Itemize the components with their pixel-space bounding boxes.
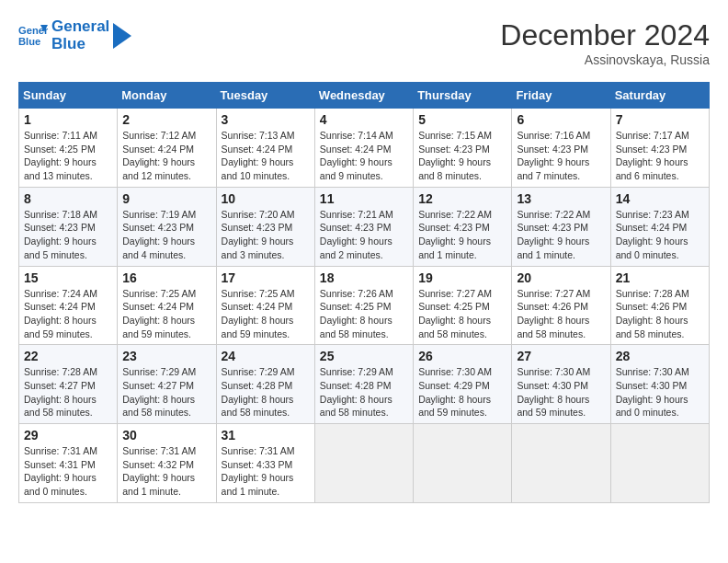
day-info: Sunrise: 7:27 AM Sunset: 4:26 PM Dayligh… (517, 287, 605, 341)
day-number: 13 (517, 191, 605, 206)
calendar-cell: 9Sunrise: 7:19 AM Sunset: 4:23 PM Daylig… (118, 187, 216, 266)
calendar-table: SundayMondayTuesdayWednesdayThursdayFrid… (18, 82, 710, 503)
calendar-cell: 27Sunrise: 7:30 AM Sunset: 4:30 PM Dayli… (512, 345, 610, 424)
calendar-cell (314, 424, 413, 503)
day-number: 22 (24, 349, 112, 363)
day-info: Sunrise: 7:13 AM Sunset: 4:24 PM Dayligh… (222, 129, 310, 183)
calendar-cell: 24Sunrise: 7:29 AM Sunset: 4:28 PM Dayli… (216, 345, 314, 424)
calendar-cell: 28Sunrise: 7:30 AM Sunset: 4:30 PM Dayli… (610, 345, 709, 424)
day-number: 29 (24, 428, 112, 442)
day-number: 25 (320, 349, 408, 363)
day-info: Sunrise: 7:17 AM Sunset: 4:23 PM Dayligh… (616, 129, 704, 183)
page-header: General Blue General Blue December 2024 … (18, 18, 710, 67)
day-info: Sunrise: 7:21 AM Sunset: 4:23 PM Dayligh… (320, 208, 408, 262)
calendar-cell: 8Sunrise: 7:18 AM Sunset: 4:23 PM Daylig… (19, 187, 118, 266)
logo-icon: General Blue (18, 21, 48, 51)
day-number: 18 (320, 270, 408, 285)
day-number: 10 (222, 191, 310, 206)
day-number: 4 (320, 112, 408, 127)
day-number: 2 (122, 112, 210, 127)
day-number: 8 (24, 191, 112, 206)
day-number: 20 (517, 270, 605, 285)
day-number: 28 (616, 349, 704, 363)
day-info: Sunrise: 7:23 AM Sunset: 4:24 PM Dayligh… (616, 208, 704, 262)
day-number: 7 (616, 112, 704, 127)
day-info: Sunrise: 7:27 AM Sunset: 4:25 PM Dayligh… (418, 287, 506, 341)
day-info: Sunrise: 7:24 AM Sunset: 4:24 PM Dayligh… (24, 287, 112, 341)
day-info: Sunrise: 7:22 AM Sunset: 4:23 PM Dayligh… (418, 208, 506, 262)
day-number: 30 (122, 428, 210, 442)
weekday-header-tuesday: Tuesday (216, 83, 314, 109)
calendar-body: 1Sunrise: 7:11 AM Sunset: 4:25 PM Daylig… (19, 109, 710, 503)
calendar-cell: 1Sunrise: 7:11 AM Sunset: 4:25 PM Daylig… (19, 109, 118, 188)
day-info: Sunrise: 7:26 AM Sunset: 4:25 PM Dayligh… (320, 287, 408, 341)
calendar-cell: 21Sunrise: 7:28 AM Sunset: 4:26 PM Dayli… (610, 266, 709, 345)
day-info: Sunrise: 7:18 AM Sunset: 4:23 PM Dayligh… (24, 208, 112, 262)
calendar-cell: 11Sunrise: 7:21 AM Sunset: 4:23 PM Dayli… (314, 187, 413, 266)
calendar-cell (610, 424, 709, 503)
calendar-cell: 6Sunrise: 7:16 AM Sunset: 4:23 PM Daylig… (512, 109, 610, 188)
day-info: Sunrise: 7:29 AM Sunset: 4:28 PM Dayligh… (222, 365, 310, 419)
day-number: 27 (517, 349, 605, 363)
day-info: Sunrise: 7:31 AM Sunset: 4:32 PM Dayligh… (122, 444, 210, 499)
calendar-cell: 14Sunrise: 7:23 AM Sunset: 4:24 PM Dayli… (610, 187, 709, 266)
weekday-header-row: SundayMondayTuesdayWednesdayThursdayFrid… (19, 83, 710, 109)
day-info: Sunrise: 7:25 AM Sunset: 4:24 PM Dayligh… (122, 287, 210, 341)
day-number: 3 (222, 112, 310, 127)
day-info: Sunrise: 7:29 AM Sunset: 4:27 PM Dayligh… (122, 365, 210, 419)
day-number: 11 (320, 191, 408, 206)
weekday-header-sunday: Sunday (19, 83, 118, 109)
calendar-cell: 20Sunrise: 7:27 AM Sunset: 4:26 PM Dayli… (512, 266, 610, 345)
day-info: Sunrise: 7:25 AM Sunset: 4:24 PM Dayligh… (222, 287, 310, 341)
day-number: 16 (122, 270, 210, 285)
day-info: Sunrise: 7:31 AM Sunset: 4:33 PM Dayligh… (222, 444, 310, 499)
calendar-week-row: 29Sunrise: 7:31 AM Sunset: 4:31 PM Dayli… (19, 424, 710, 503)
calendar-cell: 23Sunrise: 7:29 AM Sunset: 4:27 PM Dayli… (118, 345, 216, 424)
logo-line2: Blue (51, 36, 109, 53)
day-number: 6 (517, 112, 605, 127)
calendar-cell: 16Sunrise: 7:25 AM Sunset: 4:24 PM Dayli… (118, 266, 216, 345)
weekday-header-wednesday: Wednesday (314, 83, 413, 109)
calendar-cell: 13Sunrise: 7:22 AM Sunset: 4:23 PM Dayli… (512, 187, 610, 266)
calendar-cell: 2Sunrise: 7:12 AM Sunset: 4:24 PM Daylig… (118, 109, 216, 188)
calendar-cell: 30Sunrise: 7:31 AM Sunset: 4:32 PM Dayli… (118, 424, 216, 503)
weekday-header-monday: Monday (118, 83, 216, 109)
calendar-cell: 18Sunrise: 7:26 AM Sunset: 4:25 PM Dayli… (314, 266, 413, 345)
day-number: 26 (418, 349, 506, 363)
calendar-cell (414, 424, 512, 503)
location: Assinovskaya, Russia (500, 52, 710, 67)
weekday-header-thursday: Thursday (414, 83, 512, 109)
calendar-week-row: 22Sunrise: 7:28 AM Sunset: 4:27 PM Dayli… (19, 345, 710, 424)
day-number: 31 (222, 428, 310, 442)
day-info: Sunrise: 7:12 AM Sunset: 4:24 PM Dayligh… (122, 129, 210, 183)
month-title: December 2024 (500, 18, 710, 52)
day-number: 23 (122, 349, 210, 363)
day-number: 12 (418, 191, 506, 206)
calendar-cell: 7Sunrise: 7:17 AM Sunset: 4:23 PM Daylig… (610, 109, 709, 188)
day-info: Sunrise: 7:22 AM Sunset: 4:23 PM Dayligh… (517, 208, 605, 262)
calendar-cell: 4Sunrise: 7:14 AM Sunset: 4:24 PM Daylig… (314, 109, 413, 188)
day-info: Sunrise: 7:31 AM Sunset: 4:31 PM Dayligh… (24, 444, 112, 499)
day-info: Sunrise: 7:30 AM Sunset: 4:29 PM Dayligh… (418, 365, 506, 419)
calendar-cell: 15Sunrise: 7:24 AM Sunset: 4:24 PM Dayli… (19, 266, 118, 345)
day-info: Sunrise: 7:11 AM Sunset: 4:25 PM Dayligh… (24, 129, 112, 183)
calendar-cell: 12Sunrise: 7:22 AM Sunset: 4:23 PM Dayli… (414, 187, 512, 266)
day-number: 17 (222, 270, 310, 285)
day-info: Sunrise: 7:28 AM Sunset: 4:26 PM Dayligh… (616, 287, 704, 341)
day-info: Sunrise: 7:15 AM Sunset: 4:23 PM Dayligh… (418, 129, 506, 183)
calendar-week-row: 15Sunrise: 7:24 AM Sunset: 4:24 PM Dayli… (19, 266, 710, 345)
calendar-week-row: 1Sunrise: 7:11 AM Sunset: 4:25 PM Daylig… (19, 109, 710, 188)
title-block: December 2024 Assinovskaya, Russia (500, 18, 710, 67)
calendar-cell: 17Sunrise: 7:25 AM Sunset: 4:24 PM Dayli… (216, 266, 314, 345)
calendar-cell: 10Sunrise: 7:20 AM Sunset: 4:23 PM Dayli… (216, 187, 314, 266)
logo: General Blue General Blue (18, 18, 131, 52)
day-number: 14 (616, 191, 704, 206)
day-number: 5 (418, 112, 506, 127)
calendar-cell: 26Sunrise: 7:30 AM Sunset: 4:29 PM Dayli… (414, 345, 512, 424)
day-number: 19 (418, 270, 506, 285)
svg-marker-3 (113, 23, 131, 49)
calendar-cell: 22Sunrise: 7:28 AM Sunset: 4:27 PM Dayli… (19, 345, 118, 424)
day-info: Sunrise: 7:28 AM Sunset: 4:27 PM Dayligh… (24, 365, 112, 419)
calendar-cell: 25Sunrise: 7:29 AM Sunset: 4:28 PM Dayli… (314, 345, 413, 424)
calendar-cell: 19Sunrise: 7:27 AM Sunset: 4:25 PM Dayli… (414, 266, 512, 345)
